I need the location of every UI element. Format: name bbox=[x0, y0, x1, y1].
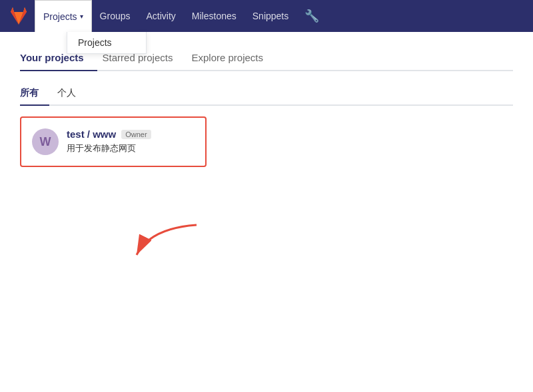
admin-icon[interactable]: 🔧 bbox=[296, 9, 327, 23]
page-content: Your projects Starred projects Explore p… bbox=[0, 32, 533, 180]
project-description: 用于发布静态网页 bbox=[67, 142, 195, 154]
project-info: test / www Owner 用于发布静态网页 bbox=[67, 128, 195, 154]
nav-projects[interactable]: Projects ▾ bbox=[35, 0, 92, 32]
project-card[interactable]: W test / www Owner 用于发布静态网页 bbox=[20, 116, 207, 167]
project-name-row: test / www Owner bbox=[67, 128, 195, 140]
nav-activity[interactable]: Activity bbox=[139, 0, 184, 32]
sub-tab-all[interactable]: 所有 bbox=[20, 82, 49, 104]
arrow-annotation bbox=[123, 222, 203, 262]
tab-explore-projects[interactable]: Explore projects bbox=[191, 45, 276, 70]
nav-snippets[interactable]: Snippets bbox=[245, 0, 296, 32]
nav-groups[interactable]: Groups bbox=[92, 0, 139, 32]
sub-tab-personal[interactable]: 个人 bbox=[57, 82, 87, 104]
sub-tabs: 所有 个人 bbox=[20, 82, 513, 106]
content-area: W test / www Owner 用于发布静态网页 bbox=[20, 116, 513, 167]
dropdown-projects[interactable]: Projects bbox=[67, 32, 146, 53]
chevron-down-icon: ▾ bbox=[80, 13, 83, 20]
nav-milestones[interactable]: Milestones bbox=[184, 0, 245, 32]
avatar: W bbox=[32, 128, 59, 155]
owner-badge: Owner bbox=[121, 130, 151, 139]
brand-logo[interactable] bbox=[8, 5, 29, 27]
navbar: Projects ▾ Groups Activity Milestones Sn… bbox=[0, 0, 533, 32]
project-name[interactable]: test / www bbox=[67, 128, 116, 140]
projects-dropdown: Projects bbox=[67, 32, 147, 54]
